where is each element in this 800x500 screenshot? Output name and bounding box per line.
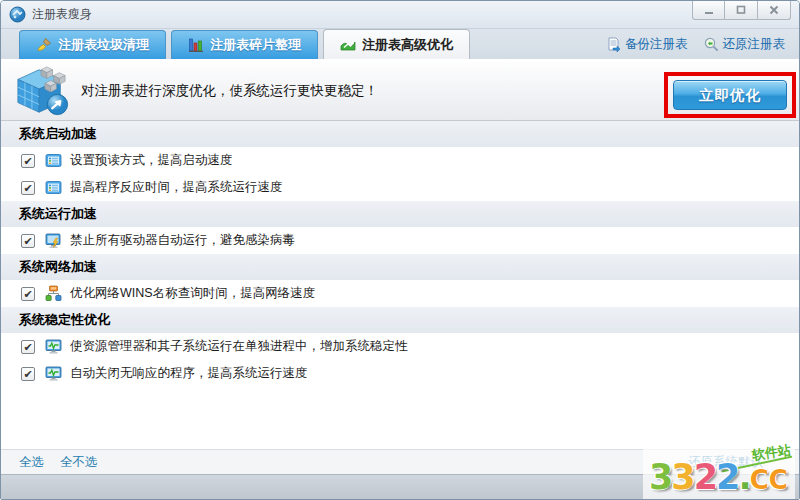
optimize-item-row[interactable]: ✔使资源管理器和其子系统运行在单独进程中，增加系统稳定性 <box>1 333 799 360</box>
tab-registry-defrag[interactable]: 注册表碎片整理 <box>171 30 318 59</box>
watermark-3322cc: 软件站 3322.CC <box>643 441 795 499</box>
restore-magnifier-icon <box>704 37 719 52</box>
select-all-link[interactable]: 全选 <box>19 454 44 471</box>
tab-label: 注册表碎片整理 <box>210 36 301 54</box>
item-label: 提高程序反应时间，提高系统运行速度 <box>70 179 283 196</box>
item-checkbox[interactable]: ✔ <box>21 367 35 381</box>
backup-registry-link[interactable]: 备份注册表 <box>606 36 688 53</box>
item-checkbox[interactable]: ✔ <box>21 154 35 168</box>
backup-document-icon <box>606 37 621 52</box>
watermark-brand: 3322.CC <box>649 457 788 497</box>
watermark-cc: C <box>750 465 769 495</box>
watermark-digit: 2 <box>694 457 716 497</box>
optimize-item-row[interactable]: ✔提高程序反应时间，提高系统运行速度 <box>1 174 799 201</box>
maximize-button[interactable] <box>725 1 758 20</box>
item-checkbox[interactable]: ✔ <box>21 181 35 195</box>
monitor-wave-icon <box>45 338 62 355</box>
maximize-icon <box>735 4 747 16</box>
settings-window-icon <box>45 152 62 169</box>
watermark-digit: 2 <box>716 457 738 497</box>
window-controls <box>692 1 791 20</box>
tab-label: 注册表垃圾清理 <box>58 36 149 54</box>
banner-description: 对注册表进行深度优化，使系统运行更快更稳定！ <box>81 82 378 100</box>
optimize-item-row[interactable]: ✔自动关闭无响应的程序，提高系统运行速度 <box>1 360 799 387</box>
item-label: 禁止所有驱动器自动运行，避免感染病毒 <box>70 232 295 249</box>
item-checkbox[interactable]: ✔ <box>21 340 35 354</box>
optimize-item-row[interactable]: ✔禁止所有驱动器自动运行，避免感染病毒 <box>1 227 799 254</box>
select-none-link[interactable]: 全不选 <box>60 454 98 471</box>
restore-registry-label: 还原注册表 <box>723 36 786 53</box>
brush-icon <box>36 37 52 53</box>
minimize-button[interactable] <box>692 1 725 20</box>
window-title: 注册表瘦身 <box>32 6 92 23</box>
network-icon <box>45 285 62 302</box>
settings-window-icon <box>45 179 62 196</box>
section-header: 系统运行加速 <box>1 201 799 227</box>
section-header: 系统启动加速 <box>1 121 799 147</box>
item-label: 优化网络WINS名称查询时间，提高网络速度 <box>70 285 315 302</box>
app-window: 注册表瘦身 注册表垃圾清理 <box>0 0 800 500</box>
backup-registry-label: 备份注册表 <box>625 36 688 53</box>
banner: 对注册表进行深度优化，使系统运行更快更稳定！ 立即优化 <box>1 59 799 121</box>
item-label: 设置预读方式，提高启动速度 <box>70 152 233 169</box>
title-bar: 注册表瘦身 <box>1 1 799 29</box>
app-logo-icon <box>9 6 26 23</box>
watermark-digit: 3 <box>649 457 671 497</box>
annotation-highlight-box: 立即优化 <box>664 72 796 118</box>
item-label: 使资源管理器和其子系统运行在单独进程中，增加系统稳定性 <box>70 338 408 355</box>
registry-cube-icon <box>15 64 69 116</box>
watermark-cc: C <box>769 465 788 495</box>
monitor-lightning-icon <box>45 232 62 249</box>
item-label: 自动关闭无响应的程序，提高系统运行速度 <box>70 365 308 382</box>
monitor-wave-icon <box>45 365 62 382</box>
tab-registry-advanced-optimize[interactable]: 注册表高级优化 <box>323 29 470 59</box>
optimize-now-button[interactable]: 立即优化 <box>673 80 787 110</box>
optimize-item-row[interactable]: ✔优化网络WINS名称查询时间，提高网络速度 <box>1 280 799 307</box>
close-icon <box>768 4 780 16</box>
bar-chart-icon <box>188 37 204 53</box>
close-button[interactable] <box>758 1 791 20</box>
minimize-icon <box>703 4 715 16</box>
tab-label: 注册表高级优化 <box>362 36 453 54</box>
item-checkbox[interactable]: ✔ <box>21 234 35 248</box>
optimize-item-row[interactable]: ✔设置预读方式，提高启动速度 <box>1 147 799 174</box>
section-header: 系统稳定性优化 <box>1 307 799 333</box>
registry-actions: 备份注册表 还原注册表 <box>606 29 785 59</box>
restore-registry-link[interactable]: 还原注册表 <box>704 36 786 53</box>
section-header: 系统网络加速 <box>1 254 799 280</box>
tab-bar: 注册表垃圾清理 注册表碎片整理 注册表高级优化 <box>1 29 799 59</box>
trend-chart-icon <box>340 37 356 53</box>
item-checkbox[interactable]: ✔ <box>21 287 35 301</box>
optimize-list: 系统启动加速✔设置预读方式，提高启动速度✔提高程序反应时间，提高系统运行速度系统… <box>1 121 799 449</box>
tab-registry-cleanup[interactable]: 注册表垃圾清理 <box>19 30 166 59</box>
watermark-digit: 3 <box>671 457 693 497</box>
watermark-dot: . <box>738 457 749 497</box>
